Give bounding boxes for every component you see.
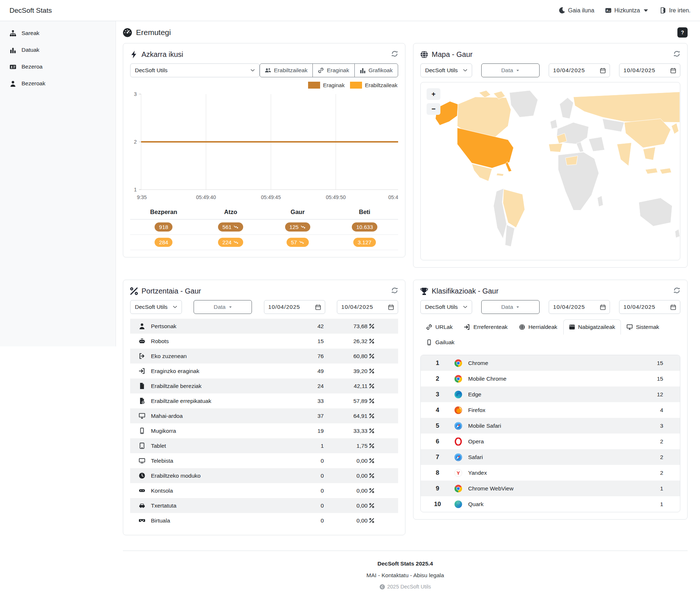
status-badge: 3.127 — [353, 238, 376, 247]
person-icon — [10, 81, 16, 87]
percent-icon — [369, 324, 374, 329]
row-label: Kontsola — [151, 487, 262, 494]
refresh-button[interactable] — [391, 50, 398, 59]
hits-view-button[interactable]: Eraginak — [312, 63, 354, 77]
sidebar-item-sareak[interactable]: Sareak — [0, 25, 116, 42]
page-title: Eremutegi — [123, 28, 171, 37]
project-select[interactable]: DecSoft Utils — [420, 63, 472, 77]
browser-icon — [569, 324, 575, 330]
logout-button[interactable]: Ire irten. — [660, 7, 691, 14]
rank-number: 8 — [421, 469, 454, 477]
table-row: Pertsonak 42 73,68 — [130, 319, 398, 334]
svg-text:1: 1 — [134, 187, 137, 193]
navbar-actions: Gaia iluna Hizkuntza Ire irten. — [559, 7, 691, 14]
browser-count: 3 — [647, 423, 680, 429]
date-from-input[interactable]: 10/04/2025 — [549, 300, 610, 314]
legend-label: Erabiltzaileak — [365, 82, 398, 88]
map-zoom-out-button[interactable]: − — [427, 103, 440, 115]
users-view-button[interactable]: Erabiltzaileak — [260, 63, 313, 77]
refresh-button[interactable] — [673, 287, 680, 295]
file-icon — [139, 383, 145, 389]
list-item: 4 Firefox 4 — [421, 402, 680, 418]
row-count: 49 — [262, 368, 324, 374]
map-zoom-in-button[interactable]: + — [427, 88, 440, 100]
rank-number: 7 — [421, 454, 454, 461]
footer-link-abisu-legala[interactable]: Abisu legala — [413, 572, 444, 578]
table-row: Erabiltzaile bereziak 24 42,11 — [130, 378, 398, 393]
help-button[interactable]: ? — [677, 27, 688, 38]
date-to-input[interactable]: 10/04/2025 — [619, 63, 680, 77]
calendar-icon — [600, 68, 606, 73]
trend-down-icon — [234, 225, 239, 230]
data-dropdown-button[interactable]: Data — [481, 63, 540, 77]
app-brand[interactable]: DecSoft Stats — [9, 7, 52, 15]
row-label: Erabiltzaile errepikatuak — [151, 398, 262, 404]
status-badge: 10.633 — [352, 222, 377, 232]
safari-icon — [454, 422, 462, 430]
chevron-down-icon — [463, 305, 467, 309]
project-select[interactable]: DecSoft Utils — [130, 63, 260, 77]
tab-herrialdeak[interactable]: Herrialdeak — [513, 319, 563, 335]
row-count: 0 — [262, 473, 324, 479]
row-percent: 0,00 — [324, 458, 389, 464]
tab-erreferenteak[interactable]: Erreferenteak — [458, 319, 513, 335]
tab-nabigatzaileak[interactable]: Nabigatzaileak — [563, 319, 621, 335]
summary-header: Bezperan — [130, 209, 197, 215]
row-label: Mugikorra — [151, 428, 262, 434]
list-item: 6 Opera 2 — [421, 434, 680, 449]
tab-gailuak[interactable]: Gailuak — [420, 335, 460, 350]
row-label: Tablet — [151, 443, 262, 449]
row-label: Erabiltzaile bereziak — [151, 383, 262, 389]
refresh-button[interactable] — [673, 50, 680, 59]
quick-view-card: Azkarra ikusi DecSoft Utils Erabiltzaile… — [123, 43, 405, 257]
firefox-icon — [454, 406, 462, 414]
row-percent: 57,89 — [324, 398, 389, 404]
table-row: Erabiltzaile errepikatuak 33 57,89 — [130, 393, 398, 408]
language-menu-button[interactable]: Hizkuntza — [605, 7, 649, 14]
sidebar-item-datuak[interactable]: Datuak — [0, 42, 116, 58]
map-card: Mapa - Gaur DecSoft Utils Data 10/04/202… — [413, 43, 688, 268]
mobile-icon — [426, 339, 432, 345]
language-label: Hizkuntza — [614, 7, 640, 14]
data-dropdown-button[interactable]: Data — [481, 300, 540, 314]
rank-tabs: URLak Erreferenteak Herrialdeak Nabigatz… — [420, 319, 680, 350]
bolt-icon — [130, 51, 138, 58]
tab-sistemak[interactable]: Sistemak — [621, 319, 665, 335]
date-from-input[interactable]: 10/04/2025 — [549, 63, 610, 77]
project-select[interactable]: DecSoft Utils — [420, 300, 472, 314]
choropleth-map — [421, 82, 680, 260]
moon-icon — [559, 7, 565, 13]
refresh-button[interactable] — [391, 287, 398, 295]
row-label: Telebista — [151, 458, 262, 464]
footer-link-mai[interactable]: MAI — [366, 572, 377, 578]
theme-toggle-button[interactable]: Gaia iluna — [559, 7, 594, 14]
list-item: 8 Yandex 2 — [421, 465, 680, 481]
row-label: Eraginzko eraginak — [151, 368, 262, 374]
world-map[interactable]: + − — [420, 82, 680, 260]
footer-link-kontaktatu[interactable]: Kontaktatu — [381, 572, 408, 578]
browser-name: Chrome — [468, 360, 647, 366]
status-badge: 224 — [218, 238, 243, 247]
date-to-input[interactable]: 10/04/2025 — [619, 300, 680, 314]
browser-count: 2 — [647, 438, 680, 445]
charts-view-button[interactable]: Grafikoak — [354, 63, 398, 77]
tab-urlak[interactable]: URLak — [420, 319, 458, 335]
sidebar-item-bezeroa[interactable]: Bezeroa — [0, 58, 116, 75]
percent-icon — [369, 369, 374, 373]
row-percent: 0,00 — [324, 473, 389, 479]
chrome-icon — [454, 375, 462, 383]
row-percent: 64,91 — [324, 413, 389, 419]
rank-number: 3 — [421, 391, 454, 398]
row-count: 15 — [262, 338, 324, 345]
robot-icon — [139, 338, 145, 344]
vr-icon — [139, 517, 145, 524]
date-to-input[interactable]: 10/04/2025 — [337, 300, 398, 314]
rank-number: 9 — [421, 485, 454, 492]
sidebar-item-bezeroak[interactable]: Bezeroak — [0, 75, 116, 92]
data-dropdown-button[interactable]: Data — [194, 300, 252, 314]
date-from-input[interactable]: 10/04/2025 — [264, 300, 325, 314]
percent-icon — [369, 428, 374, 433]
project-select[interactable]: DecSoft Utils — [130, 300, 182, 314]
percent-icon — [130, 287, 138, 295]
browser-name: Mobile Safari — [468, 423, 647, 429]
